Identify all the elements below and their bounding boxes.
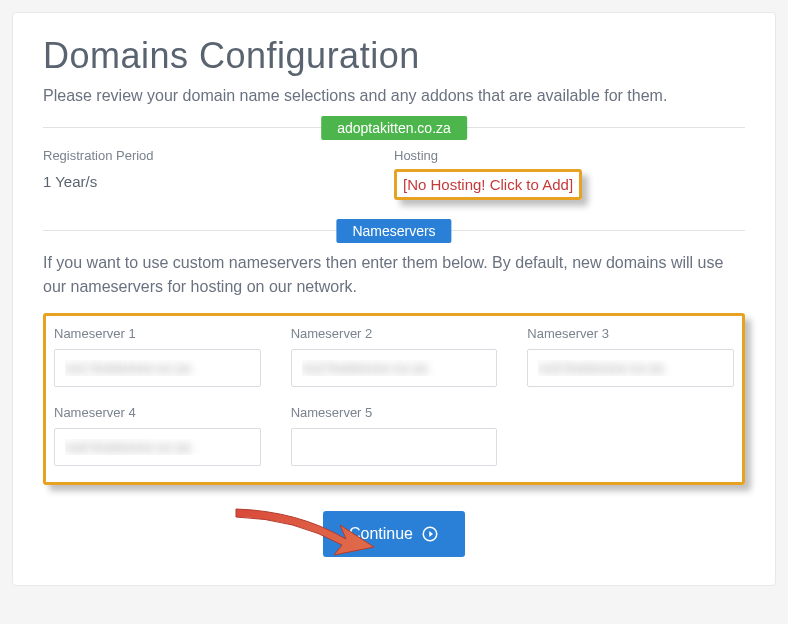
- domain-meta: Registration Period 1 Year/s Hosting [No…: [43, 148, 745, 204]
- page-subtitle: Please review your domain name selection…: [43, 87, 745, 105]
- nameservers-grid: Nameserver 1 Nameserver 2 Nameserver 3 N…: [54, 326, 734, 466]
- nameserver-field-5: Nameserver 5: [291, 405, 498, 466]
- nameserver-label: Nameserver 3: [527, 326, 734, 341]
- hosting-add-link[interactable]: [No Hosting! Click to Add]: [397, 172, 579, 197]
- nameserver-input-3[interactable]: [527, 349, 734, 387]
- action-row: Continue: [43, 511, 745, 557]
- continue-button[interactable]: Continue: [323, 511, 465, 557]
- registration-value: 1 Year/s: [43, 173, 394, 190]
- nameservers-divider: Nameservers: [43, 230, 745, 231]
- registration-label: Registration Period: [43, 148, 394, 163]
- nameserver-input-1[interactable]: [54, 349, 261, 387]
- domain-badge: adoptakitten.co.za: [321, 116, 467, 140]
- hosting-column: Hosting [No Hosting! Click to Add]: [394, 148, 745, 204]
- nameservers-badge: Nameservers: [336, 219, 451, 243]
- page-title: Domains Configuration: [43, 35, 745, 77]
- continue-label: Continue: [349, 525, 413, 543]
- nameserver-input-4[interactable]: [54, 428, 261, 466]
- arrow-right-circle-icon: [421, 525, 439, 543]
- nameserver-label: Nameserver 1: [54, 326, 261, 341]
- domain-divider: adoptakitten.co.za: [43, 127, 745, 128]
- registration-column: Registration Period 1 Year/s: [43, 148, 394, 204]
- nameserver-field-1: Nameserver 1: [54, 326, 261, 387]
- nameserver-field-3: Nameserver 3: [527, 326, 734, 387]
- nameserver-field-2: Nameserver 2: [291, 326, 498, 387]
- nameservers-help: If you want to use custom nameservers th…: [43, 251, 745, 299]
- nameserver-label: Nameserver 4: [54, 405, 261, 420]
- nameserver-input-2[interactable]: [291, 349, 498, 387]
- hosting-label: Hosting: [394, 148, 745, 163]
- nameserver-input-5[interactable]: [291, 428, 498, 466]
- hosting-highlight-box: [No Hosting! Click to Add]: [394, 169, 582, 200]
- nameserver-label: Nameserver 5: [291, 405, 498, 420]
- nameservers-highlight-box: Nameserver 1 Nameserver 2 Nameserver 3 N…: [43, 313, 745, 485]
- domains-config-card: Domains Configuration Please review your…: [12, 12, 776, 586]
- nameserver-field-4: Nameserver 4: [54, 405, 261, 466]
- nameserver-label: Nameserver 2: [291, 326, 498, 341]
